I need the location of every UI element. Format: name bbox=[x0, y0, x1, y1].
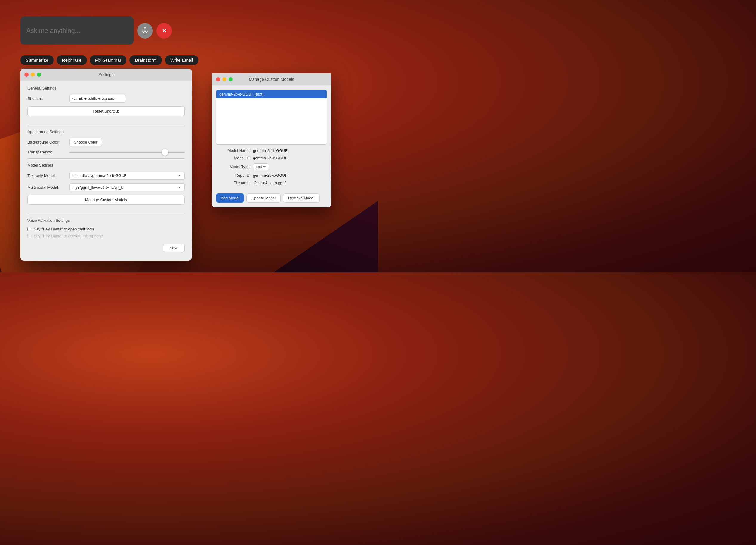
detail-model-id-row: Model ID: gemma-2b-it-GGUF bbox=[218, 156, 325, 160]
settings-titlebar: Settings bbox=[20, 69, 192, 81]
summarize-button[interactable]: Summarize bbox=[20, 55, 54, 65]
text-model-label: Text-only Model: bbox=[27, 173, 69, 178]
detail-filename-value: -2b-it-q4_k_m.gguf bbox=[253, 180, 286, 185]
divider-1 bbox=[27, 125, 185, 125]
search-container: ✕ bbox=[20, 16, 172, 45]
detail-model-id-value: gemma-2b-it-GGUF bbox=[253, 156, 287, 160]
detail-model-type-label: Model Type: bbox=[218, 164, 251, 169]
hey-llama-mic-label: Say "Hey Llama" to activate microphone bbox=[34, 234, 103, 238]
traffic-light-green[interactable] bbox=[37, 72, 41, 77]
traffic-light-red[interactable] bbox=[24, 72, 29, 77]
divider-3 bbox=[27, 214, 185, 214]
shortcut-row: Shortcut: bbox=[27, 95, 185, 103]
traffic-lights bbox=[24, 72, 41, 77]
mic-icon bbox=[141, 27, 149, 34]
rephrase-button[interactable]: Rephrase bbox=[57, 55, 87, 65]
search-box bbox=[20, 16, 134, 45]
save-button[interactable]: Save bbox=[163, 243, 185, 252]
model-type-select[interactable]: text bbox=[253, 163, 269, 170]
hey-llama-mic-row: Say "Hey Llama" to activate microphone bbox=[27, 234, 185, 238]
hey-llama-mic-checkbox[interactable] bbox=[27, 234, 31, 238]
detail-repo-id-value: gemma-2b-it-GGUF bbox=[253, 173, 287, 177]
model-settings-title: Model Settings bbox=[27, 163, 185, 167]
close-icon: ✕ bbox=[162, 27, 167, 34]
model-list-item[interactable]: gemma-2b-it-GGUF (text) bbox=[216, 90, 327, 98]
text-model-row: Text-only Model: lmstudio-ai/gemma-2b-it… bbox=[27, 172, 185, 180]
detail-filename-label: Filename: bbox=[218, 180, 251, 185]
detail-filename-row: Filename: -2b-it-q4_k_m.gguf bbox=[218, 180, 325, 185]
models-list: gemma-2b-it-GGUF (text) bbox=[216, 89, 327, 145]
bg-color-label: Background Color: bbox=[27, 140, 69, 144]
general-settings-title: General Settings bbox=[27, 86, 185, 90]
multimodal-select[interactable]: mys/ggml_llava-v1.5-7b/q4_k bbox=[69, 183, 185, 191]
appearance-settings-title: Appearance Settings bbox=[27, 129, 185, 134]
custom-models-title: Manage Custom Models bbox=[249, 77, 294, 82]
settings-title: Settings bbox=[98, 72, 114, 77]
hey-llama-open-row: Say "Hey Llama" to open chat form bbox=[27, 227, 185, 231]
multimodal-row: Multimodal Model: mys/ggml_llava-v1.5-7b… bbox=[27, 183, 185, 191]
transparency-slider[interactable] bbox=[69, 152, 185, 153]
reset-shortcut-button[interactable]: Reset Shortcut bbox=[27, 106, 185, 116]
bg-color-row: Background Color: Choose Color bbox=[27, 138, 185, 146]
action-buttons-row: Summarize Rephrase Fix Grammar Brainstor… bbox=[20, 55, 198, 65]
custom-traffic-lights bbox=[216, 77, 233, 81]
detail-repo-id-row: Repo ID: gemma-2b-it-GGUF bbox=[218, 173, 325, 177]
mic-button[interactable] bbox=[137, 23, 153, 38]
custom-tl-red[interactable] bbox=[216, 77, 220, 81]
detail-repo-id-label: Repo ID: bbox=[218, 173, 251, 177]
model-details: Model Name: gemma-2b-it-GGUF Model ID: g… bbox=[212, 145, 331, 191]
detail-model-name-label: Model Name: bbox=[218, 148, 251, 153]
add-model-button[interactable]: Add Model bbox=[216, 193, 244, 203]
shortcut-label: Shortcut: bbox=[27, 96, 69, 101]
multimodal-label: Multimodal Model: bbox=[27, 185, 69, 189]
detail-model-name-row: Model Name: gemma-2b-it-GGUF bbox=[218, 148, 325, 153]
transparency-row: Transparency: bbox=[27, 150, 185, 154]
close-search-button[interactable]: ✕ bbox=[156, 23, 172, 38]
transparency-label: Transparency: bbox=[27, 150, 69, 154]
models-action-buttons: Add Model Update Model Remove Model bbox=[212, 191, 331, 207]
detail-model-name-value: gemma-2b-it-GGUF bbox=[253, 148, 287, 153]
voice-settings-title: Voice Activation Settings bbox=[27, 218, 185, 223]
manage-custom-models-button[interactable]: Manage Custom Models bbox=[27, 195, 185, 205]
settings-content: General Settings Shortcut: Reset Shortcu… bbox=[20, 81, 192, 260]
hey-llama-open-checkbox[interactable] bbox=[27, 227, 31, 231]
traffic-light-yellow[interactable] bbox=[31, 72, 35, 77]
brainstorm-button[interactable]: Brainstorm bbox=[129, 55, 162, 65]
text-model-select[interactable]: lmstudio-ai/gemma-2b-it-GGUF bbox=[69, 172, 185, 180]
settings-window: Settings General Settings Shortcut: Rese… bbox=[20, 69, 192, 260]
choose-color-button[interactable]: Choose Color bbox=[69, 138, 102, 146]
custom-models-window: Manage Custom Models gemma-2b-it-GGUF (t… bbox=[212, 73, 331, 207]
divider-2 bbox=[27, 158, 185, 159]
remove-model-button[interactable]: Remove Model bbox=[283, 193, 319, 203]
hey-llama-open-label: Say "Hey Llama" to open chat form bbox=[34, 227, 94, 231]
custom-models-titlebar: Manage Custom Models bbox=[212, 73, 331, 85]
update-model-button[interactable]: Update Model bbox=[246, 193, 281, 203]
search-input[interactable] bbox=[26, 27, 128, 35]
transparency-slider-container bbox=[69, 152, 185, 153]
detail-model-id-label: Model ID: bbox=[218, 156, 251, 160]
shortcut-input[interactable] bbox=[69, 95, 126, 103]
custom-tl-green[interactable] bbox=[229, 77, 233, 81]
detail-model-type-row: Model Type: text bbox=[218, 163, 325, 170]
fix-grammar-button[interactable]: Fix Grammar bbox=[90, 55, 127, 65]
custom-tl-yellow[interactable] bbox=[222, 77, 226, 81]
write-email-button[interactable]: Write Email bbox=[165, 55, 198, 65]
